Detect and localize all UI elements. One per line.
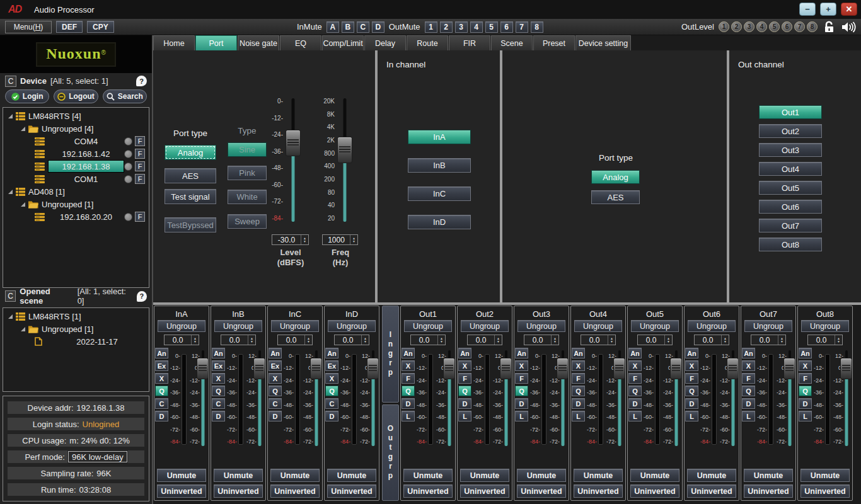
strip-inc-ungroup-button[interactable]: Ungroup bbox=[271, 320, 319, 332]
tab-port[interactable]: Port bbox=[195, 35, 237, 50]
spinner-arrows[interactable]: ▲▼ bbox=[361, 335, 369, 345]
strip-out4-unmute-button[interactable]: Unmute bbox=[574, 469, 623, 482]
strip-inc-d-button[interactable]: D bbox=[269, 411, 282, 421]
device-c-button[interactable]: C bbox=[5, 76, 16, 87]
outmute-4-button[interactable]: 4 bbox=[470, 21, 483, 33]
expand-triangle-icon[interactable] bbox=[8, 190, 13, 194]
status-value[interactable]: 96K low-delay bbox=[68, 451, 127, 462]
tab-home[interactable]: Home bbox=[153, 35, 195, 50]
outmute-6-button[interactable]: 6 bbox=[500, 21, 513, 33]
tab-delay[interactable]: Delay bbox=[364, 35, 406, 50]
spinner-arrows[interactable]: ▲▼ bbox=[437, 335, 445, 345]
expand-triangle-icon[interactable] bbox=[21, 202, 25, 207]
strip-out5-an-button[interactable]: An bbox=[628, 348, 642, 358]
fader-handle[interactable] bbox=[253, 358, 265, 379]
strip-out6-fader[interactable] bbox=[727, 350, 739, 446]
channel-port-type-analog-button[interactable]: Analog bbox=[591, 170, 640, 184]
spinner-arrows[interactable]: ▲▼ bbox=[551, 335, 558, 345]
strip-inb-q-button[interactable]: Q bbox=[212, 386, 225, 396]
strip-out4-ungroup-button[interactable]: Ungroup bbox=[574, 320, 622, 332]
strip-out4-d-button[interactable]: D bbox=[572, 398, 585, 409]
strip-ina-ex-button[interactable]: Ex bbox=[155, 360, 168, 371]
menu-button[interactable]: Menu(H) bbox=[5, 21, 52, 33]
strip-out2-an-button[interactable]: An bbox=[458, 348, 471, 358]
strip-ina-d-button[interactable]: D bbox=[155, 411, 168, 421]
strip-ind-ex-button[interactable]: Ex bbox=[325, 360, 338, 371]
strip-out4-f-button[interactable]: F bbox=[572, 373, 585, 384]
strip-out5-l-button[interactable]: L bbox=[628, 411, 642, 421]
fader-handle[interactable] bbox=[727, 358, 739, 379]
strip-ina-fader[interactable] bbox=[197, 350, 209, 446]
strip-out1-l-button[interactable]: L bbox=[402, 411, 415, 421]
strip-ind-gain-spinner[interactable]: 0.0▲▼ bbox=[334, 335, 369, 345]
spinner-arrows[interactable]: ▲▼ bbox=[664, 335, 672, 345]
outmute-1-button[interactable]: 1 bbox=[425, 21, 437, 33]
strip-out6-an-button[interactable]: An bbox=[685, 348, 698, 358]
strip-inb-fader[interactable] bbox=[253, 350, 265, 446]
strip-ind-ungroup-button[interactable]: Ungroup bbox=[328, 320, 376, 332]
strip-inc-q-button[interactable]: Q bbox=[269, 386, 282, 396]
strip-ind-q-button[interactable]: Q bbox=[325, 386, 338, 396]
strip-ina-an-button[interactable]: An bbox=[155, 348, 168, 358]
outmute-3-button[interactable]: 3 bbox=[455, 21, 468, 33]
search-button[interactable]: Search bbox=[103, 89, 147, 103]
strip-ina-x-button[interactable]: X bbox=[155, 373, 168, 384]
strip-inc-uninverted-button[interactable]: Uninverted bbox=[270, 484, 320, 498]
device-tree-item-com1[interactable]: COM1F bbox=[3, 173, 149, 185]
strip-out8-d-button[interactable]: D bbox=[799, 398, 812, 409]
outmute-2-button[interactable]: 2 bbox=[440, 21, 453, 33]
strip-out7-x-button[interactable]: X bbox=[742, 360, 755, 371]
device-tree-item-lm848rts-4[interactable]: LM848RTS [4] bbox=[3, 110, 149, 122]
outlevel-knob-3[interactable]: 3 bbox=[744, 21, 754, 32]
maximize-button[interactable]: + bbox=[820, 3, 836, 16]
fader-handle[interactable] bbox=[840, 358, 852, 379]
scene-tree-item-2022-11-17[interactable]: 2022-11-17 bbox=[3, 335, 149, 348]
strip-out1-fader[interactable] bbox=[443, 350, 455, 446]
strip-ind-fader[interactable] bbox=[367, 350, 379, 446]
outlevel-knob-6[interactable]: 6 bbox=[782, 21, 792, 32]
spinner-arrows[interactable]: ▲▼ bbox=[778, 335, 785, 345]
inmute-c-button[interactable]: C bbox=[357, 21, 369, 33]
strip-out5-x-button[interactable]: X bbox=[628, 360, 642, 371]
strip-ind-an-button[interactable]: An bbox=[325, 348, 338, 358]
slider-handle[interactable] bbox=[337, 137, 352, 163]
out-channel-out2-button[interactable]: Out2 bbox=[759, 124, 822, 138]
strip-out6-x-button[interactable]: X bbox=[685, 360, 698, 371]
tab-device-setting[interactable]: Device setting bbox=[575, 35, 631, 50]
lock-icon[interactable] bbox=[824, 21, 835, 33]
login-button[interactable]: Login bbox=[5, 89, 49, 103]
spinner-arrows[interactable]: ▲▼ bbox=[191, 335, 199, 345]
strip-out1-uninverted-button[interactable]: Uninverted bbox=[403, 484, 453, 498]
strip-out2-gain-spinner[interactable]: 0.0▲▼ bbox=[467, 335, 502, 345]
strip-out1-unmute-button[interactable]: Unmute bbox=[403, 469, 453, 482]
strip-out3-unmute-button[interactable]: Unmute bbox=[517, 469, 566, 482]
strip-out1-ungroup-button[interactable]: Ungroup bbox=[404, 320, 452, 332]
outmute-8-button[interactable]: 8 bbox=[531, 21, 543, 33]
strip-out5-ungroup-button[interactable]: Ungroup bbox=[631, 320, 679, 332]
device-tree-item-192-168-1-42[interactable]: 192.168.1.42F bbox=[3, 147, 149, 160]
inmute-d-button[interactable]: D bbox=[372, 21, 384, 33]
spinner-arrows[interactable]: ▲▼ bbox=[721, 335, 729, 345]
strip-out5-f-button[interactable]: F bbox=[628, 373, 642, 384]
strip-ina-q-button[interactable]: Q bbox=[155, 386, 168, 396]
strip-out5-unmute-button[interactable]: Unmute bbox=[630, 469, 679, 482]
outlevel-knob-8[interactable]: 8 bbox=[807, 21, 818, 32]
outlevel-knob-1[interactable]: 1 bbox=[719, 21, 729, 32]
strip-out7-q-button[interactable]: Q bbox=[742, 386, 755, 396]
strip-out5-fader[interactable] bbox=[670, 350, 682, 446]
strip-inb-ungroup-button[interactable]: Ungroup bbox=[214, 320, 262, 332]
outmute-5-button[interactable]: 5 bbox=[485, 21, 498, 33]
strip-out6-unmute-button[interactable]: Unmute bbox=[687, 469, 736, 482]
strip-out7-d-button[interactable]: D bbox=[742, 398, 755, 409]
strip-out7-gain-spinner[interactable]: 0.0▲▼ bbox=[751, 335, 786, 345]
strip-out8-ungroup-button[interactable]: Ungroup bbox=[801, 320, 849, 332]
strip-out6-l-button[interactable]: L bbox=[685, 411, 698, 421]
tab-preset[interactable]: Preset bbox=[533, 35, 575, 50]
strip-inc-c-button[interactable]: C bbox=[269, 398, 282, 409]
device-tree-item-192-168-20-20[interactable]: 192.168.20.20F bbox=[3, 210, 149, 223]
strip-ind-unmute-button[interactable]: Unmute bbox=[327, 469, 376, 482]
fader-handle[interactable] bbox=[310, 358, 322, 379]
strip-out6-ungroup-button[interactable]: Ungroup bbox=[688, 320, 736, 332]
port-type-testbypssed-button[interactable]: TestBypssed bbox=[165, 217, 216, 232]
inmute-b-button[interactable]: B bbox=[342, 21, 354, 33]
